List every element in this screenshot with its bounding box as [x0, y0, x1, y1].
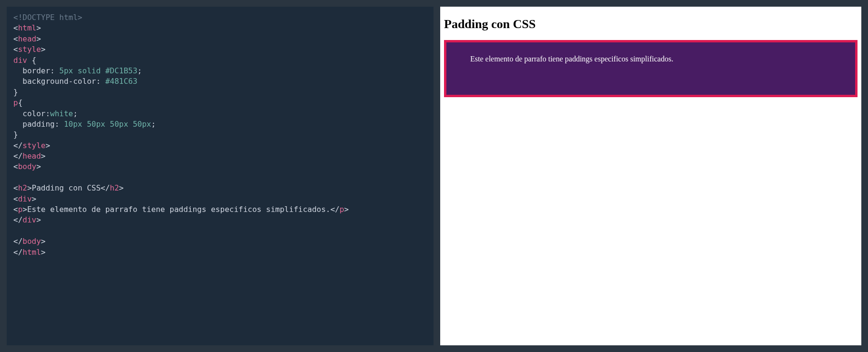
code-token: h2 [110, 183, 119, 192]
code-token: } [13, 88, 18, 97]
code-token: > [36, 215, 41, 224]
code-token: ; [151, 120, 156, 129]
code-token: > [41, 237, 46, 246]
code-token: > [36, 34, 41, 43]
split-view: <!DOCTYPE html> <html> <head> <style> di… [0, 0, 868, 352]
code-token: border [13, 66, 50, 75]
code-token: > [41, 45, 46, 54]
preview-heading: Padding con CSS [444, 17, 858, 31]
code-token: ; [73, 109, 78, 118]
code-token: : [50, 66, 59, 75]
code-token: div [18, 194, 32, 203]
preview-box: Este elemento de parrafo tiene paddings … [444, 40, 858, 97]
code-token: < [13, 162, 18, 171]
code-token: head [18, 34, 37, 43]
code-token: style [18, 45, 41, 54]
code-content[interactable]: <!DOCTYPE html> <html> <head> <style> di… [13, 12, 427, 258]
code-token: div [13, 56, 27, 65]
code-token: #481C63 [105, 77, 137, 86]
code-token: html [22, 248, 41, 257]
code-token: html [18, 23, 37, 32]
code-token: <!DOCTYPE html> [13, 13, 83, 22]
code-token: < [13, 34, 18, 43]
code-token: > [119, 183, 124, 192]
code-token: > [41, 248, 46, 257]
code-token: background-color [13, 77, 96, 86]
code-token: { [27, 56, 36, 65]
code-token: 10px 50px 50px 50px [64, 120, 151, 129]
code-token: > [344, 205, 349, 214]
code-token: : [96, 77, 105, 86]
code-token: > [36, 162, 41, 171]
code-token: padding [13, 120, 55, 129]
code-token: > [32, 194, 37, 203]
code-token: > [27, 183, 32, 192]
code-token: > [41, 151, 46, 161]
code-token: ; [137, 66, 142, 75]
code-token: </ [13, 141, 22, 150]
code-token: < [13, 23, 18, 32]
code-token: color [13, 109, 45, 118]
code-token: head [22, 151, 41, 161]
code-token: h2 [18, 183, 27, 192]
code-token: 5px solid #DC1B53 [59, 66, 137, 75]
code-token: body [22, 237, 41, 246]
code-token: </ [101, 183, 110, 192]
preview-pane: Padding con CSS Este elemento de parrafo… [440, 7, 861, 345]
code-token: > [45, 141, 50, 150]
code-token: p [18, 205, 23, 214]
code-token: style [22, 141, 45, 150]
code-token: body [18, 162, 37, 171]
code-token: < [13, 205, 18, 214]
code-token: { [18, 98, 23, 107]
code-token: < [13, 45, 18, 54]
preview-paragraph: Este elemento de parrafo tiene paddings … [446, 50, 855, 87]
code-token: p [13, 98, 18, 107]
code-token: div [22, 215, 36, 224]
code-token: Este elemento de parrafo tiene paddings … [27, 205, 331, 214]
code-token: < [13, 183, 18, 192]
code-token: < [13, 194, 18, 203]
code-token: white [50, 109, 73, 118]
code-token: Padding con CSS [32, 183, 101, 192]
code-token: </ [13, 215, 22, 224]
code-token: : [55, 120, 64, 129]
code-token: </ [13, 237, 22, 246]
code-token: > [36, 23, 41, 32]
code-token: </ [13, 151, 22, 161]
code-token: } [13, 130, 18, 139]
code-token: : [45, 109, 50, 118]
code-token: </ [13, 248, 22, 257]
code-token: > [22, 205, 27, 214]
code-editor[interactable]: <!DOCTYPE html> <html> <head> <style> di… [7, 7, 434, 345]
code-token: </ [331, 205, 340, 214]
code-token: p [340, 205, 344, 214]
